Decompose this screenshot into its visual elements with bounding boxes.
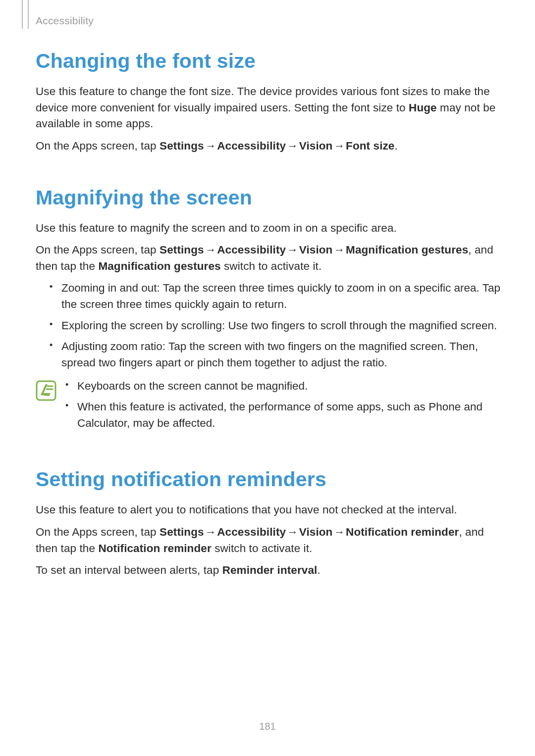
text: On the Apps screen, tap — [36, 526, 160, 538]
text-bold: Phone — [428, 401, 461, 413]
list-item: Exploring the screen by scrolling: Use t… — [50, 318, 501, 334]
text-bold: Settings — [160, 140, 204, 152]
svg-rect-0 — [37, 381, 55, 400]
heading-font-size: Changing the font size — [36, 50, 501, 73]
text-bold: Accessibility — [217, 244, 286, 256]
section-reminders: Setting notification reminders Use this … — [36, 468, 501, 579]
arrow-icon: → — [204, 244, 217, 256]
text-bold: Huge — [409, 101, 437, 114]
note-block: Keyboards on the screen cannot be magnif… — [36, 378, 501, 437]
text-bold: Reminder interval — [222, 564, 318, 576]
heading-reminders: Setting notification reminders — [36, 468, 501, 491]
text-bold: Vision — [299, 140, 333, 152]
text-bold: Calculator — [77, 417, 127, 429]
arrow-icon: → — [286, 526, 299, 538]
text-bold: Magnification gestures — [346, 244, 468, 256]
text-bold: Notification reminder — [98, 542, 211, 554]
arrow-icon: → — [332, 526, 346, 538]
paragraph: On the Apps screen, tap Settings→Accessi… — [36, 524, 501, 556]
text-bold: Font size — [346, 140, 394, 152]
text-bold: Vision — [299, 526, 333, 538]
list-item: When this feature is activated, the perf… — [65, 399, 501, 431]
page-tab-mark — [22, 0, 29, 29]
text: switch to activate it. — [212, 542, 313, 554]
text-bold: Accessibility — [217, 140, 286, 152]
section-magnify: Magnifying the screen Use this feature t… — [36, 186, 501, 437]
list-item: Zooming in and out: Tap the screen three… — [50, 280, 501, 312]
paragraph: On the Apps screen, tap Settings→Accessi… — [36, 242, 501, 274]
paragraph: On the Apps screen, tap Settings→Accessi… — [36, 138, 501, 154]
list-item: Adjusting zoom ratio: Tap the screen wit… — [50, 339, 501, 371]
text: When this feature is activated, the perf… — [77, 401, 428, 413]
note-icon — [36, 380, 56, 401]
paragraph: Use this feature to magnify the screen a… — [36, 220, 501, 237]
text-bold: Notification reminder — [346, 526, 459, 538]
bullet-list: Zooming in and out: Tap the screen three… — [50, 280, 501, 371]
text: On the Apps screen, tap — [36, 140, 160, 152]
page-number: 181 — [0, 721, 535, 732]
text-bold: Magnification gestures — [98, 260, 220, 272]
paragraph: Use this feature to alert you to notific… — [36, 502, 501, 518]
arrow-icon: → — [332, 244, 346, 256]
paragraph: Use this feature to change the font size… — [36, 84, 501, 132]
text: and — [461, 401, 482, 413]
breadcrumb: Accessibility — [36, 15, 94, 27]
arrow-icon: → — [286, 244, 299, 256]
text: . — [317, 564, 320, 576]
list-item: Keyboards on the screen cannot be magnif… — [65, 378, 501, 395]
text: . — [394, 140, 397, 152]
text-bold: Settings — [160, 244, 204, 256]
arrow-icon: → — [332, 140, 346, 152]
text-bold: Settings — [160, 526, 204, 538]
page-content: Changing the font size Use this feature … — [36, 50, 501, 610]
paragraph: To set an interval between alerts, tap R… — [36, 562, 501, 579]
arrow-icon: → — [204, 526, 217, 538]
section-font-size: Changing the font size Use this feature … — [36, 50, 501, 154]
note-bullet-list: Keyboards on the screen cannot be magnif… — [65, 378, 501, 437]
heading-magnify: Magnifying the screen — [36, 186, 501, 209]
text: switch to activate it. — [221, 260, 322, 272]
arrow-icon: → — [204, 140, 217, 152]
arrow-icon: → — [286, 140, 299, 152]
text: , may be affected. — [127, 417, 215, 429]
text: To set an interval between alerts, tap — [36, 564, 222, 576]
text-bold: Accessibility — [217, 526, 286, 538]
text: On the Apps screen, tap — [36, 244, 160, 256]
text-bold: Vision — [299, 244, 333, 256]
